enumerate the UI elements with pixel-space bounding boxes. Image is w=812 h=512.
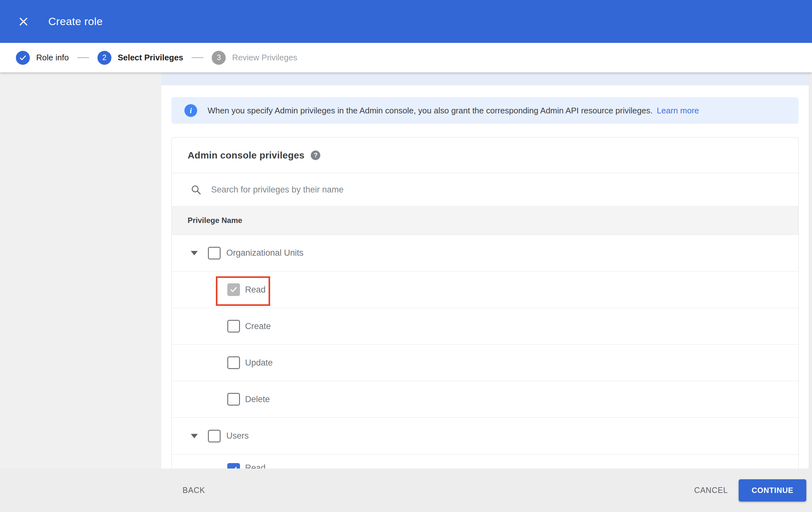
dialog-title: Create role <box>48 15 103 28</box>
card-title: Admin console privileges <box>187 150 304 161</box>
checkbox-update[interactable] <box>227 356 240 369</box>
row-label: Read <box>245 285 266 295</box>
step-select-privileges[interactable]: 2 Select Privileges <box>97 51 183 65</box>
privilege-row-organizational-units: Organizational Units <box>172 235 799 272</box>
checkbox-create[interactable] <box>227 320 240 332</box>
stepper: Role info 2 Select Privileges 3 Review P… <box>0 43 812 73</box>
step-number-badge: 3 <box>212 51 226 65</box>
info-icon: i <box>184 104 197 117</box>
dialog-header: Create role <box>0 0 812 43</box>
column-header-privilege-name: Privilege Name <box>187 216 242 225</box>
checkbox-organizational-units[interactable] <box>208 247 221 260</box>
learn-more-link[interactable]: Learn more <box>657 106 699 115</box>
step-number-badge: 2 <box>97 51 111 65</box>
checkbox-users[interactable] <box>208 430 221 442</box>
banner-text: When you specify Admin privileges in the… <box>208 106 699 116</box>
scrollbar[interactable] <box>809 73 812 468</box>
checkbox-delete[interactable] <box>227 393 240 406</box>
continue-button[interactable]: CONTINUE <box>739 479 806 502</box>
step-label: Role info <box>36 53 69 62</box>
collapse-arrow-icon[interactable] <box>191 434 198 438</box>
row-label: Create <box>245 321 271 331</box>
step-role-info[interactable]: Role info <box>16 51 69 65</box>
privileges-card: Admin console privileges ? Privilege Nam… <box>171 137 799 512</box>
banner-message: When you specify Admin privileges in the… <box>208 106 652 115</box>
back-button[interactable]: BACK <box>179 479 208 501</box>
step-label: Review Privileges <box>232 53 297 62</box>
row-label: Users <box>226 431 249 441</box>
left-gutter <box>0 73 161 512</box>
table-header: Privilege Name <box>172 206 799 235</box>
cancel-button[interactable]: CANCEL <box>691 479 731 501</box>
row-label: Delete <box>245 395 270 404</box>
footer-bar: BACK CANCEL CONTINUE <box>0 468 812 512</box>
step-label: Select Privileges <box>118 53 183 62</box>
search-icon <box>190 184 202 195</box>
step-connector <box>77 57 89 58</box>
privilege-row-create: Create <box>172 308 799 345</box>
collapse-arrow-icon[interactable] <box>191 251 198 255</box>
privilege-row-delete: Delete <box>172 381 799 418</box>
info-banner: i When you specify Admin privileges in t… <box>171 97 799 124</box>
row-label: Update <box>245 358 273 368</box>
close-icon[interactable] <box>14 13 32 30</box>
help-icon[interactable]: ? <box>311 151 320 160</box>
privilege-search-row <box>172 173 799 206</box>
create-role-dialog: Create role Role info 2 Select Privilege… <box>0 0 812 512</box>
privilege-row-update: Update <box>172 345 799 381</box>
privilege-row-users: Users <box>172 418 799 455</box>
card-header: Admin console privileges ? <box>172 137 799 173</box>
step-connector <box>192 57 203 58</box>
dialog-body: i When you specify Admin privileges in t… <box>0 73 812 512</box>
checkbox-read-checked-disabled[interactable] <box>227 283 240 296</box>
row-label: Organizational Units <box>226 248 303 258</box>
step-complete-check-icon <box>16 51 30 65</box>
step-review-privileges[interactable]: 3 Review Privileges <box>212 51 297 65</box>
privilege-row-read: Read <box>172 272 799 308</box>
search-input[interactable] <box>211 185 799 195</box>
content-panel: i When you specify Admin privileges in t… <box>161 73 812 512</box>
scrolled-content-strip <box>161 73 812 85</box>
